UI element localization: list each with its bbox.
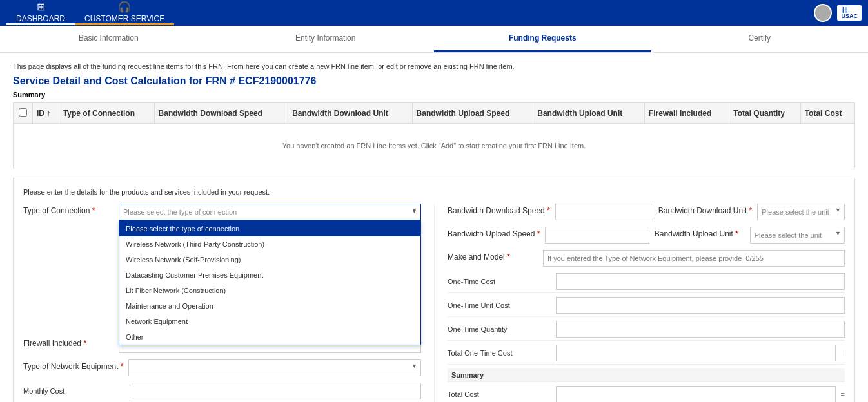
step-certify[interactable]: Certify	[651, 26, 869, 52]
customer-service-icon: 🎧	[118, 1, 131, 13]
total-one-time-cost-label: Total One-Time Cost	[448, 349, 551, 357]
col-bw-dl-unit: Bandwidth Download Unit	[288, 103, 412, 124]
dashboard-icon: ⊞	[37, 1, 45, 13]
cost-right-section: One-Time Cost One-Time Unit Cost One-Tim…	[448, 273, 845, 402]
form-grid: Type of Connection * Please select the t…	[23, 204, 845, 402]
make-model-input[interactable]	[543, 250, 845, 267]
monthly-cost-row: Monthly Cost	[23, 383, 421, 402]
col-id: ID ↑	[33, 103, 59, 124]
dropdown-item-datacasting[interactable]: Datacasting Customer Premises Equipment	[119, 267, 420, 283]
nav-dashboard[interactable]: ⊞ DASHBOARD	[6, 1, 75, 25]
summary-section-label: Summary	[13, 91, 855, 99]
bw-download-speed-row: Bandwidth Download Speed * Bandwidth Dow…	[448, 204, 845, 220]
step-funding-requests[interactable]: Funding Requests	[434, 26, 651, 52]
select-all-checkbox[interactable]	[19, 108, 27, 117]
bw-upload-unit-label: Bandwidth Upload Unit *	[655, 227, 745, 238]
dropdown-item-network-equip[interactable]: Network Equipment	[119, 314, 420, 329]
type-network-equipment-label: Type of Network Equipment *	[23, 359, 123, 371]
bw-download-unit-select[interactable]: Please select the unit	[757, 204, 845, 220]
step-basic-information[interactable]: Basic Information	[0, 26, 217, 52]
form-right-column: Bandwidth Download Speed * Bandwidth Dow…	[434, 204, 845, 402]
col-total-cost: Total Cost	[800, 103, 854, 124]
one-time-unit-cost-label: One-Time Unit Cost	[448, 302, 551, 309]
col-total-qty: Total Quantity	[729, 103, 800, 124]
dropdown-item-wireless-self[interactable]: Wireless Network (Self-Provisioning)	[119, 252, 420, 267]
bw-download-speed-input[interactable]	[555, 204, 653, 220]
type-of-connection-dropdown[interactable]: Please select the type of connection ▼ P…	[119, 204, 421, 220]
one-time-cost-input[interactable]	[556, 273, 845, 290]
page-title: Service Detail and Cost Calculation for …	[13, 75, 855, 87]
step-navigation: Basic Information Entity Information Fun…	[0, 26, 868, 53]
avatar	[814, 4, 832, 22]
monthly-cost-label: Monthly Cost	[23, 387, 126, 395]
dashboard-label: DASHBOARD	[16, 14, 65, 23]
one-time-quantity-row: One-Time Quantity	[448, 321, 845, 341]
form-panel-title: Please enter the details for the product…	[23, 188, 845, 196]
main-content: This page displays all of the funding re…	[0, 53, 868, 402]
col-bw-dl-speed: Bandwidth Download Speed	[154, 103, 288, 124]
dropdown-item-wireless-third[interactable]: Wireless Network (Third-Party Constructi…	[119, 236, 420, 252]
customer-service-label: CUSTOMER SERVICE	[84, 14, 164, 23]
total-cost-label: Total Cost	[448, 390, 551, 398]
company-logo: ||||USAC	[837, 5, 862, 21]
total-cost-input	[556, 386, 836, 402]
summary-label-right: Summary	[451, 371, 555, 379]
dropdown-item-maintenance[interactable]: Maintenance and Operation	[119, 298, 420, 314]
type-of-connection-label: Type of Connection *	[23, 204, 113, 215]
type-of-connection-row: Type of Connection * Please select the t…	[23, 204, 421, 220]
cost-left-section: Monthly Cost Monthly Recurring Unit Mont…	[23, 383, 421, 402]
top-navigation: ⊞ DASHBOARD 🎧 CUSTOMER SERVICE ||||USAC	[0, 0, 868, 26]
type-of-connection-placeholder: Please select the type of connection	[123, 208, 237, 216]
bw-download-unit-label: Bandwidth Download Unit *	[658, 204, 752, 215]
user-profile[interactable]: ||||USAC	[814, 4, 862, 22]
col-bw-ul-speed: Bandwidth Upload Speed	[412, 103, 533, 124]
total-one-time-cost-row: Total One-Time Cost =	[448, 345, 845, 365]
col-firewall: Firewall Included	[644, 103, 729, 124]
total-cost-row: Total Cost =	[448, 386, 845, 402]
bw-upload-speed-input[interactable]	[545, 227, 649, 244]
type-network-equipment-select-wrapper[interactable]	[128, 359, 421, 376]
dropdown-item-lit-fiber[interactable]: Lit Fiber Network (Construction)	[119, 283, 420, 298]
bw-upload-speed-label: Bandwidth Upload Speed *	[448, 227, 540, 238]
dropdown-item-placeholder[interactable]: Please select the type of connection	[119, 221, 420, 236]
one-time-unit-cost-input[interactable]	[556, 297, 845, 314]
one-time-cost-row: One-Time Cost	[448, 273, 845, 293]
info-text: This page displays all of the funding re…	[13, 62, 855, 70]
bw-download-speed-label: Bandwidth Download Speed *	[448, 204, 550, 215]
dropdown-arrow-icon: ▼	[411, 207, 417, 213]
type-network-equipment-row: Type of Network Equipment *	[23, 359, 421, 376]
total-one-time-cost-input	[556, 345, 836, 361]
form-left-column: Type of Connection * Please select the t…	[23, 204, 434, 402]
col-bw-ul-unit: Bandwidth Upload Unit	[533, 103, 645, 124]
summary-table: ID ↑ Type of Connection Bandwidth Downlo…	[13, 102, 855, 168]
col-checkbox	[14, 103, 33, 124]
col-type-connection: Type of Connection	[59, 103, 154, 124]
type-network-equipment-select[interactable]	[128, 359, 421, 376]
make-model-label: Make and Model *	[448, 250, 538, 262]
one-time-quantity-input[interactable]	[556, 321, 845, 338]
one-time-cost-label: One-Time Cost	[448, 278, 551, 285]
type-of-connection-dropdown-list: Please select the type of connection Wir…	[119, 220, 421, 345]
type-of-connection-trigger[interactable]: Please select the type of connection ▼	[119, 204, 421, 220]
nav-customer-service[interactable]: 🎧 CUSTOMER SERVICE	[75, 1, 174, 25]
bw-upload-unit-select-wrapper[interactable]: Please select the unit	[750, 227, 845, 244]
summary-row: Summary	[448, 368, 845, 382]
form-panel: Please enter the details for the product…	[13, 178, 855, 402]
bw-upload-speed-row: Bandwidth Upload Speed * Bandwidth Uploa…	[448, 227, 845, 244]
make-model-row: Make and Model *	[448, 250, 845, 267]
firewall-included-label: Firewall Included *	[23, 336, 113, 348]
empty-table-message: You haven't created an FRN Line Items ye…	[17, 129, 851, 162]
bw-upload-unit-select[interactable]: Please select the unit	[750, 227, 845, 244]
one-time-unit-cost-row: One-Time Unit Cost	[448, 297, 845, 317]
total-cost-equals: =	[841, 390, 845, 398]
bw-download-unit-select-wrapper[interactable]: Please select the unit	[757, 204, 845, 220]
dropdown-item-other[interactable]: Other	[119, 329, 420, 345]
total-one-time-equals: =	[841, 349, 845, 357]
monthly-cost-input[interactable]	[132, 383, 421, 399]
one-time-quantity-label: One-Time Quantity	[448, 325, 551, 333]
step-entity-information[interactable]: Entity Information	[217, 26, 435, 52]
